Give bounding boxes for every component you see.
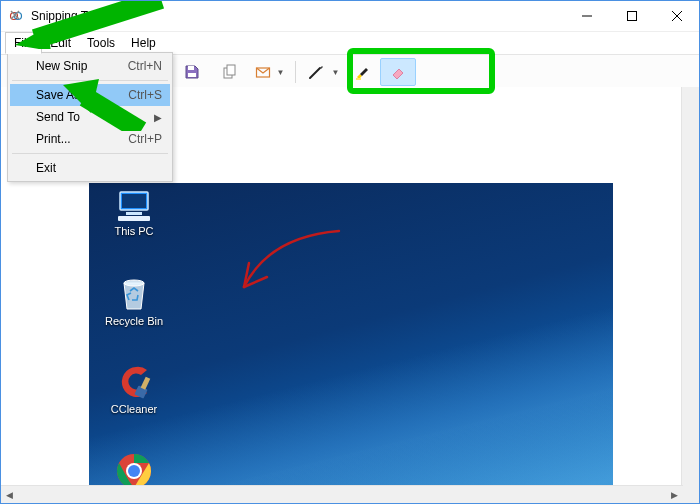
pen-annotation-red (229, 217, 369, 307)
pc-icon (114, 189, 154, 223)
recycle-bin-icon (114, 275, 154, 313)
app-icon (9, 8, 25, 24)
menuitem-label: Send To (36, 110, 80, 124)
svg-point-30 (124, 280, 144, 286)
svg-rect-28 (126, 212, 142, 215)
menu-help[interactable]: Help (123, 32, 164, 54)
desktop-icon-label: CCleaner (99, 403, 169, 415)
scrollbar-corner (683, 486, 699, 503)
menuitem-send-to[interactable]: Send To ▶ (10, 106, 170, 128)
desktop-icon-this-pc: This PC (99, 189, 169, 237)
ccleaner-icon (114, 363, 154, 401)
menuitem-shortcut: Ctrl+P (128, 132, 162, 146)
menuitem-print[interactable]: Print... Ctrl+P (10, 128, 170, 150)
menuitem-shortcut: Ctrl+S (128, 88, 162, 102)
desktop-icon-recycle-bin: Recycle Bin (99, 275, 169, 327)
chevron-down-icon: ▼ (277, 68, 285, 77)
menuitem-exit[interactable]: Exit (10, 157, 170, 179)
file-menu-dropdown: New Snip Ctrl+N Save As... Ctrl+S Send T… (7, 52, 173, 182)
svg-point-35 (128, 465, 140, 477)
pen-icon (307, 63, 325, 81)
menuitem-new-snip[interactable]: New Snip Ctrl+N (10, 55, 170, 77)
desktop-icon-label: Recycle Bin (99, 315, 169, 327)
window-title: Snipping Tool (31, 9, 103, 23)
svg-rect-17 (188, 73, 196, 77)
menuitem-shortcut: Ctrl+N (128, 59, 162, 73)
envelope-icon (255, 64, 271, 80)
titlebar: Snipping Tool (1, 1, 699, 32)
desktop-icon-label: This PC (99, 225, 169, 237)
menuitem-label: Exit (36, 161, 56, 175)
menuitem-label: Save As... (36, 88, 90, 102)
svg-rect-16 (188, 66, 194, 70)
svg-rect-29 (118, 216, 150, 221)
menu-file[interactable]: File (5, 32, 42, 54)
pen-button[interactable]: ▼ (302, 58, 344, 86)
chevron-right-icon: ▶ (154, 112, 162, 123)
tutorial-highlight-tools (347, 48, 495, 94)
svg-rect-5 (627, 12, 636, 21)
desktop-icon-ccleaner: CCleaner (99, 363, 169, 415)
menu-edit[interactable]: Edit (42, 32, 79, 54)
horizontal-scrollbar[interactable]: ◀ ▶ (1, 485, 683, 503)
captured-snip: This PC Recycle Bin CCleaner (89, 183, 613, 485)
desktop-icon-chrome (99, 451, 169, 485)
chevron-down-icon: ▼ (331, 68, 339, 77)
send-button[interactable]: ▼ (250, 58, 290, 86)
svg-rect-19 (227, 65, 235, 75)
menuitem-label: New Snip (36, 59, 87, 73)
copy-button[interactable] (212, 58, 248, 86)
scroll-left-icon[interactable]: ◀ (1, 486, 18, 503)
close-button[interactable] (654, 2, 699, 31)
maximize-button[interactable] (609, 2, 654, 31)
save-icon (184, 64, 200, 80)
menuitem-save-as[interactable]: Save As... Ctrl+S (10, 84, 170, 106)
minimize-button[interactable] (564, 2, 609, 31)
svg-rect-27 (122, 194, 146, 208)
svg-line-21 (310, 68, 320, 78)
menuitem-label: Print... (36, 132, 71, 146)
copy-icon (222, 64, 238, 80)
scroll-right-icon[interactable]: ▶ (666, 486, 683, 503)
svg-rect-32 (141, 377, 151, 390)
save-button[interactable] (174, 58, 210, 86)
menu-tools[interactable]: Tools (79, 32, 123, 54)
app-window: Snipping Tool File Edit Tools Help New ▼… (0, 0, 700, 504)
vertical-scrollbar[interactable] (681, 87, 699, 486)
chrome-icon (114, 451, 154, 485)
